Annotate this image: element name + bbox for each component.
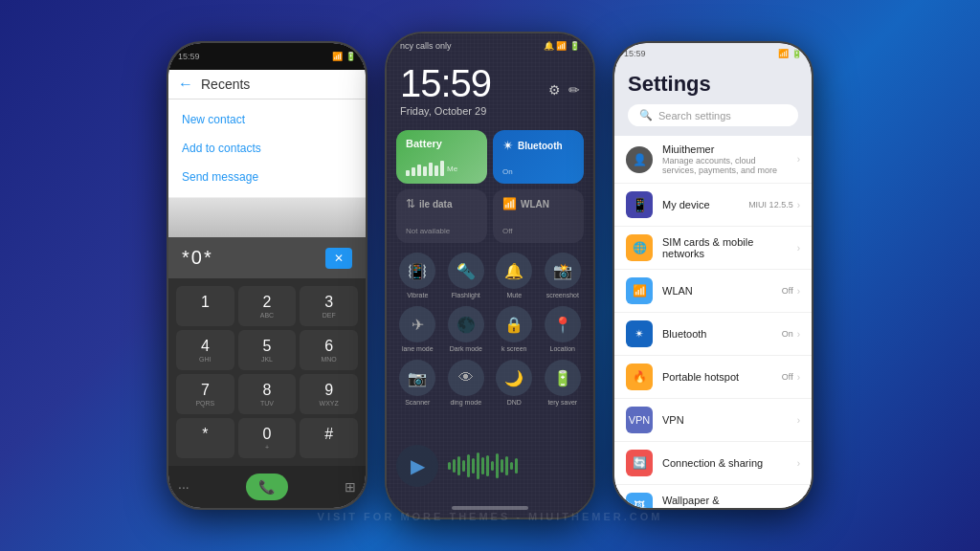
settings-header: Settings 🔍 Search settings [614,64,812,136]
cc-btn-lockscreen-label: k screen [501,345,526,352]
menu-item-send-message[interactable]: Send message [168,163,366,191]
cc-btn-location[interactable]: 📍 Location [542,306,585,352]
settings-item-connection[interactable]: 🔄 Connection & sharing › [614,442,812,485]
cc-btn-dnd-label: DND [507,399,522,406]
bluetooth-title: Bluetooth [662,328,772,340]
key-3[interactable]: 3DEF [300,286,358,326]
cc-btn-screenshot[interactable]: 📸 screenshot [542,253,585,298]
cc-btn-scanner-label: Scanner [405,399,430,406]
account-content: Miuithemer Manage accounts, cloud servic… [662,143,788,175]
dots-icon[interactable]: ··· [178,479,189,495]
settings-item-bluetooth[interactable]: ✴ Bluetooth On › [614,313,812,356]
edit-icon[interactable]: ✏ [568,82,580,98]
key-0[interactable]: 0+ [238,418,297,458]
key-2[interactable]: 2ABC [238,286,297,326]
device-content: My device [662,199,739,210]
cc-btn-scanner[interactable]: 📷 Scanner [396,360,439,406]
key-7[interactable]: 7PQRS [176,374,234,414]
settings-list: 👤 Miuithemer Manage accounts, cloud serv… [614,136,812,508]
cc-tile-battery[interactable]: Battery [396,130,487,184]
vpn-icon: VPN [626,407,653,433]
cc-btn-flashlight[interactable]: 🔦 Flashlight [445,253,488,298]
phone-middle: ncy calls only 🔔 📶 🔋 15:59 Friday, Octob… [385,32,595,519]
key-hash[interactable]: # [300,418,358,458]
cc-btn-reading[interactable]: 👁 ding mode [445,360,488,406]
menu-item-new-contact[interactable]: New contact [168,105,366,134]
cc-btn-airplane[interactable]: ✈ lane mode [396,306,439,352]
hotspot-title: Portable hotspot [662,371,772,383]
settings-search-bar[interactable]: 🔍 Search settings [628,104,798,126]
search-icon: 🔍 [639,109,653,121]
vpn-chevron: › [797,415,800,426]
settings-item-wlan[interactable]: 📶 WLAN Off › [614,270,812,313]
cc-waveform [448,452,574,480]
cc-tile-battery-sub: Me [447,165,457,173]
menu-item-add-contacts[interactable]: Add to contacts [168,134,366,163]
settings-item-wallpaper[interactable]: 🖼 Wallpaper & personalization › [614,485,812,508]
back-arrow[interactable]: ← [178,76,193,93]
cc-btn-dnd[interactable]: 🌙 DND [493,360,536,406]
cc-btn-mute[interactable]: 🔔 Mute [493,253,536,298]
cc-home-indicator[interactable] [452,506,528,510]
account-sub: Manage accounts, cloud services, payment… [662,156,788,175]
cc-btn-screenshot-label: screenshot [546,292,579,298]
device-version: MIUI 12.5.5 [748,200,793,209]
control-center-screen: ncy calls only 🔔 📶 🔋 15:59 Friday, Octob… [387,33,593,518]
cc-btn-vibrate-label: Vibrate [407,292,428,298]
cc-tile-data-sub: Not available [406,227,478,235]
backspace-button[interactable]: ✕ [325,248,352,269]
cc-btn-darkmode[interactable]: 🌑 Dark mode [445,306,488,352]
key-8[interactable]: 8TUV [238,374,297,414]
cc-tile-wlan[interactable]: 📶 WLAN Off [493,189,584,243]
cc-btn-reading-label: ding mode [450,399,481,406]
cc-emergency-text: ncy calls only [400,41,452,51]
sim-content: SIM cards & mobile networks [662,236,788,259]
dialer-title: Recents [201,77,250,92]
grid-icon[interactable]: ⊞ [345,479,356,495]
dialer-bottom: ··· 📞 ⊞ [168,466,366,508]
settings-title: Settings [628,72,798,97]
cc-tile-data[interactable]: ⇅ ile data Not available [396,189,487,243]
cc-status-icons: 🔔 📶 🔋 [544,41,580,51]
key-9[interactable]: 9WXYZ [300,374,358,414]
settings-item-device[interactable]: 📱 My device MIUI 12.5.5 › [614,184,812,227]
cc-date: Friday, October 29 [400,105,491,117]
cc-time: 15:59 [400,62,491,105]
cc-status-bar: ncy calls only 🔔 📶 🔋 [387,33,593,55]
vpn-title: VPN [662,414,788,426]
wlan-icon: 📶 [626,277,653,304]
device-title: My device [662,199,739,210]
wlan-right: Off › [782,286,800,297]
vpn-content: VPN [662,414,788,426]
sim-title: SIM cards & mobile networks [662,236,788,259]
search-placeholder: Search settings [658,110,731,121]
key-4[interactable]: 4GHI [176,330,234,370]
settings-item-hotspot[interactable]: 🔥 Portable hotspot Off › [614,356,812,399]
cc-tile-wlan-sub: Off [502,227,574,235]
key-5[interactable]: 5JKL [238,330,297,370]
phone-right: 15:59 📶 🔋 Settings 🔍 Search settings [612,41,813,510]
dialer-display [168,198,366,237]
settings-icon[interactable]: ⚙ [548,82,561,98]
settings-item-vpn[interactable]: VPN VPN › [614,399,812,442]
cc-music-play-btn[interactable]: ▶ [396,445,438,487]
key-star[interactable]: * [176,418,234,458]
key-1[interactable]: 1 [176,286,234,326]
connection-icon: 🔄 [626,450,653,476]
cc-btn-lockscreen[interactable]: 🔒 k screen [493,306,536,352]
settings-item-account[interactable]: 👤 Miuithemer Manage accounts, cloud serv… [614,136,812,184]
key-6[interactable]: 6MNO [300,330,358,370]
call-button[interactable]: 📞 [246,474,288,500]
status-time-left: 15:59 [178,52,200,61]
cc-tile-bluetooth[interactable]: ✴ Bluetooth On [493,130,584,184]
account-name: Miuithemer [662,143,788,155]
cc-buttons-row1: 📳 Vibrate 🔦 Flashlight 🔔 Mute 📸 screensh… [387,249,593,302]
account-chevron: › [797,154,800,165]
cc-btn-darkmode-label: Dark mode [450,345,482,352]
cc-btn-battery-saver[interactable]: 🔋 tery saver [542,360,585,406]
settings-item-sim[interactable]: 🌐 SIM cards & mobile networks › [614,227,812,270]
sim-icon: 🌐 [626,234,653,261]
cc-buttons-row3: 📷 Scanner 👁 ding mode 🌙 DND 🔋 tery saver [387,356,593,409]
cc-btn-vibrate[interactable]: 📳 Vibrate [396,253,439,298]
dialer-number: *0* [182,247,213,269]
